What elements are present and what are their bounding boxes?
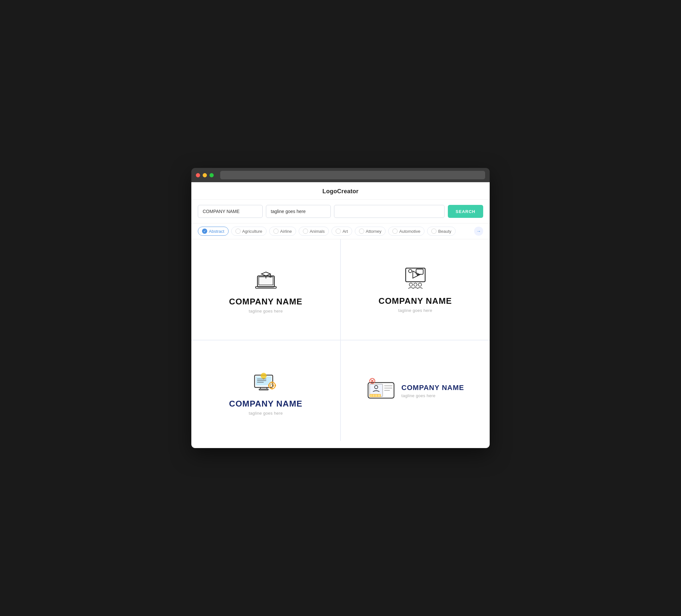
filter-tag-beauty[interactable]: Beauty: [427, 227, 455, 236]
filter-label-attorney: Attorney: [366, 229, 381, 234]
svg-rect-24: [268, 385, 270, 386]
filter-check-art: [336, 229, 341, 234]
tagline-input[interactable]: [266, 205, 331, 218]
company-name-input[interactable]: [198, 205, 263, 218]
app-header: LogoCreator: [191, 182, 490, 200]
app-container: LogoCreator SEARCH ✓AbstractAgricultureA…: [191, 182, 490, 448]
filter-check-abstract: ✓: [202, 229, 207, 234]
filter-check-animals: [303, 229, 308, 234]
filter-check-attorney: [359, 229, 364, 234]
search-button[interactable]: SEARCH: [448, 205, 483, 218]
filter-label-abstract: Abstract: [209, 229, 224, 234]
filter-tag-agriculture[interactable]: Agriculture: [231, 227, 267, 236]
filter-check-airline: [273, 229, 279, 234]
logo-company-name-4: COMPANY NAME: [401, 384, 464, 392]
logo-card-3[interactable]: COMPANY NAME tagline goes here: [191, 340, 340, 441]
logo-company-name-2: COMPANY NAME: [378, 296, 452, 306]
filter-check-agriculture: [235, 229, 241, 234]
logo-tagline-1: tagline goes here: [249, 309, 283, 313]
svg-rect-17: [259, 389, 268, 390]
svg-point-13: [418, 283, 422, 286]
minimize-btn[interactable]: [203, 173, 207, 177]
filter-next-arrow[interactable]: →: [474, 227, 483, 236]
svg-rect-25: [275, 385, 276, 386]
filter-tag-abstract[interactable]: ✓Abstract: [198, 227, 229, 236]
browser-titlebar: [191, 168, 490, 182]
browser-window: LogoCreator SEARCH ✓AbstractAgricultureA…: [191, 168, 490, 448]
svg-rect-38: [370, 394, 381, 397]
logo-tagline-3: tagline goes here: [249, 411, 283, 416]
filter-tag-animals[interactable]: Animals: [299, 227, 329, 236]
svg-rect-2: [255, 287, 276, 288]
filter-label-agriculture: Agriculture: [242, 229, 262, 234]
logo-icon-3: [252, 366, 280, 393]
logo-card-4[interactable]: COMPANY NAME tagline goes here: [341, 340, 490, 441]
filter-check-beauty: [431, 229, 436, 234]
logo-icon-2: [402, 266, 428, 291]
logo-tagline-4: tagline goes here: [401, 393, 464, 398]
svg-rect-22: [271, 382, 273, 383]
logo-company-name-3: COMPANY NAME: [229, 399, 302, 409]
svg-marker-3: [261, 272, 271, 276]
filter-label-airline: Airline: [280, 229, 292, 234]
logo-tagline-2: tagline goes here: [398, 308, 432, 313]
svg-point-18: [261, 373, 266, 378]
filter-check-automotive: [393, 229, 398, 234]
logo-text-block-4: COMPANY NAME tagline goes here: [401, 384, 464, 398]
filter-tag-attorney[interactable]: Attorney: [355, 227, 385, 236]
industry-input[interactable]: [334, 205, 445, 218]
filter-bar: ✓AbstractAgricultureAirlineAnimalsArtAtt…: [191, 223, 490, 239]
search-bar: SEARCH: [191, 200, 490, 223]
logo-icon-1: [253, 265, 279, 291]
svg-point-11: [409, 283, 412, 286]
filter-tag-art[interactable]: Art: [331, 227, 352, 236]
filter-label-beauty: Beauty: [438, 229, 451, 234]
logo-icon-4: [367, 376, 396, 401]
app-title: LogoCreator: [322, 188, 358, 195]
address-bar: [220, 171, 485, 179]
svg-point-10: [409, 270, 412, 273]
logo-card-1[interactable]: COMPANY NAME tagline goes here: [191, 239, 340, 340]
filter-label-art: Art: [343, 229, 348, 234]
filter-tag-automotive[interactable]: Automotive: [388, 227, 425, 236]
filter-tag-airline[interactable]: Airline: [269, 227, 296, 236]
maximize-btn[interactable]: [209, 173, 214, 177]
filter-label-automotive: Automotive: [399, 229, 420, 234]
logo-card-2[interactable]: COMPANY NAME tagline goes here: [341, 239, 490, 340]
filter-label-animals: Animals: [310, 229, 325, 234]
logo-grid: COMPANY NAME tagline goes here: [191, 239, 490, 441]
logo-company-name-1: COMPANY NAME: [229, 297, 302, 307]
svg-rect-23: [271, 388, 273, 389]
svg-point-12: [414, 283, 417, 286]
close-btn[interactable]: [196, 173, 200, 177]
